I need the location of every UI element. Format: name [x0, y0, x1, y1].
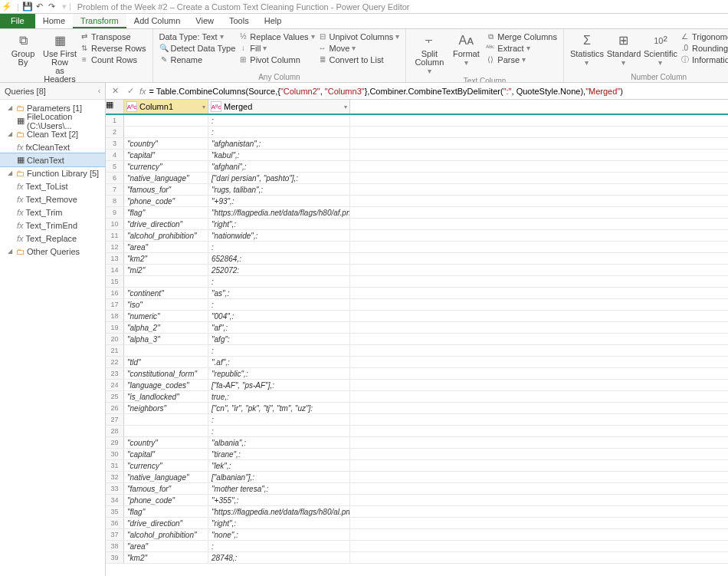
rename-button[interactable]: ✎Rename [159, 54, 236, 65]
row-number[interactable]: 35 [106, 506, 124, 517]
split-column-button[interactable]: ⫟ Split Column ▾ [411, 31, 448, 77]
query-item[interactable]: ▦FileLocation (C:\Users\... [0, 114, 105, 127]
cell-column1[interactable]: "currency" [124, 460, 208, 471]
table-row[interactable]: 36"drive_direction""right",: [106, 518, 728, 529]
table-row[interactable]: 10"drive_direction""right",: [106, 219, 728, 230]
cell-merged[interactable]: "as",: [208, 288, 350, 298]
cell-merged[interactable]: : [208, 127, 350, 137]
row-number[interactable]: 5 [106, 161, 124, 172]
table-row[interactable]: 35"flag""https://flagpedia.net/data/flag… [106, 506, 728, 518]
cell-merged[interactable]: ["fa-AF", "ps-AF"],: [208, 380, 350, 390]
cell-column1[interactable]: "phone_code" [124, 196, 208, 206]
cell-column1[interactable] [124, 127, 208, 137]
cell-column1[interactable] [124, 426, 208, 436]
table-row[interactable]: 34"phone_code""+355",: [106, 495, 728, 506]
table-row[interactable]: 9"flag""https://flagpedia.net/data/flags… [106, 207, 728, 219]
cell-column1[interactable]: "phone_code" [124, 495, 208, 505]
table-row[interactable]: 30"capital""tirane",: [106, 449, 728, 460]
table-row[interactable]: 27: [106, 414, 728, 426]
row-number[interactable]: 34 [106, 495, 124, 505]
cancel-formula-icon[interactable]: ✕ [109, 86, 121, 96]
row-number[interactable]: 4 [106, 150, 124, 160]
query-folder[interactable]: ◢🗀Other Queries [0, 245, 105, 258]
row-number[interactable]: 26 [106, 403, 124, 413]
unpivot-columns-button[interactable]: ⊟Unpivot Columns ▾ [318, 31, 400, 42]
cell-merged[interactable]: 252072: [208, 265, 350, 275]
row-number[interactable]: 39 [106, 552, 124, 563]
tab-help[interactable]: Help [257, 14, 290, 28]
table-row[interactable]: 23"constitutional_form""republic",: [106, 368, 728, 380]
cell-merged[interactable]: "afghani",: [208, 161, 350, 172]
query-item[interactable]: fxText_Remove [0, 193, 105, 206]
cell-column1[interactable]: "drive_direction" [124, 518, 208, 528]
tab-transform[interactable]: Transform [73, 14, 126, 28]
cell-column1[interactable]: "constitutional_form" [124, 368, 208, 379]
tab-tools[interactable]: Tools [221, 14, 257, 28]
detect-data-type-button[interactable]: 🔍Detect Data Type [159, 42, 236, 54]
type-text-icon[interactable]: Aᴮc [211, 101, 221, 112]
table-row[interactable]: 19"alpha_2""af",: [106, 322, 728, 334]
cell-merged[interactable]: "right",: [208, 219, 350, 229]
row-number[interactable]: 25 [106, 391, 124, 402]
cell-column1[interactable] [124, 115, 208, 126]
row-number[interactable]: 3 [106, 138, 124, 149]
undo-icon[interactable]: ↶ [34, 2, 45, 12]
table-row[interactable]: 26"neighbors"["cn", "ir", "pk", "tj", "t… [106, 403, 728, 414]
cell-column1[interactable]: "language_codes" [124, 380, 208, 390]
cell-column1[interactable]: "famous_for" [124, 483, 208, 494]
cell-merged[interactable]: "004",: [208, 311, 350, 321]
row-number-header[interactable]: ▦ [106, 100, 124, 114]
cell-merged[interactable]: ["cn", "ir", "pk", "tj", "tm", "uz"]: [208, 403, 350, 413]
cell-column1[interactable]: "country" [124, 437, 208, 448]
cell-merged[interactable]: "none",: [208, 529, 350, 540]
cell-column1[interactable] [124, 276, 208, 287]
cell-column1[interactable] [124, 414, 208, 425]
cell-merged[interactable]: 28748,: [208, 552, 350, 563]
cell-column1[interactable]: "area" [124, 242, 208, 252]
use-first-row-button[interactable]: ▦ Use First Row as Headers ▾ [41, 31, 78, 83]
query-item[interactable]: fxText_ToList [0, 179, 105, 193]
row-number[interactable]: 32 [106, 472, 124, 482]
extract-button[interactable]: ᴬᴮᶜExtract ▾ [486, 42, 557, 54]
cell-merged[interactable]: : [208, 345, 350, 356]
row-number[interactable]: 24 [106, 380, 124, 390]
table-row[interactable]: 5"currency""afghani",: [106, 161, 728, 173]
cell-merged[interactable]: : [208, 414, 350, 425]
cell-column1[interactable]: "capital" [124, 150, 208, 160]
table-row[interactable]: 20"alpha_3""afg": [106, 334, 728, 345]
query-item[interactable]: ▦CleanText [0, 153, 105, 166]
statistics-button[interactable]: ΣStatistics▾ [569, 31, 605, 68]
replace-values-button[interactable]: ½Replace Values ▾ [238, 31, 314, 42]
cell-column1[interactable]: "native_language" [124, 472, 208, 482]
table-row[interactable]: 16"continent""as",: [106, 288, 728, 299]
table-row[interactable]: 32"native_language"["albanian"],: [106, 472, 728, 483]
cell-column1[interactable]: "drive_direction" [124, 219, 208, 229]
row-number[interactable]: 2 [106, 127, 124, 137]
tab-add-column[interactable]: Add Column [126, 14, 189, 28]
row-number[interactable]: 28 [106, 426, 124, 436]
cell-column1[interactable]: "famous_for" [124, 184, 208, 195]
cell-column1[interactable]: "alpha_3" [124, 334, 208, 344]
query-item[interactable]: fxText_TrimEnd [0, 219, 105, 232]
table-row[interactable]: 33"famous_for""mother teresa",: [106, 483, 728, 495]
collapse-icon[interactable]: ‹ [98, 87, 100, 95]
cell-column1[interactable]: "native_language" [124, 173, 208, 183]
row-number[interactable]: 37 [106, 529, 124, 540]
cell-column1[interactable]: "tld" [124, 357, 208, 367]
save-icon[interactable]: 💾 [22, 2, 33, 12]
filter-dropdown-icon[interactable]: ▾ [202, 104, 205, 110]
table-row[interactable]: 11"alcohol_prohibition""nationwide",: [106, 230, 728, 242]
cell-merged[interactable]: : [208, 541, 350, 551]
cell-column1[interactable]: "country" [124, 138, 208, 149]
row-number[interactable]: 7 [106, 184, 124, 195]
cell-merged[interactable]: "tirane",: [208, 449, 350, 459]
count-rows-button[interactable]: ≡Count Rows [80, 54, 146, 65]
table-row[interactable]: 6"native_language"["dari persian", "pash… [106, 173, 728, 184]
table-row[interactable]: 39"km2"28748,: [106, 552, 728, 564]
cell-column1[interactable]: "alcohol_prohibition" [124, 230, 208, 241]
table-row[interactable]: 18"numeric""004",: [106, 311, 728, 322]
table-row[interactable]: 25"is_landlocked"true,: [106, 391, 728, 403]
table-row[interactable]: 28: [106, 426, 728, 437]
table-row[interactable]: 22"tld"".af",: [106, 357, 728, 368]
scientific-button[interactable]: 10²Scientific▾ [642, 31, 679, 68]
